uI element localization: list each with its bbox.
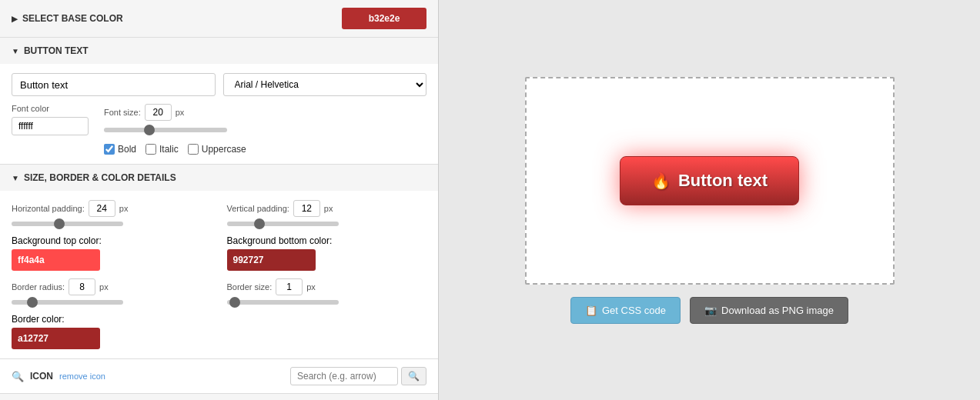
size-border-arrow: ▼ — [12, 174, 19, 182]
v-padding-group: Vertical padding: px — [227, 200, 427, 228]
bg-top-color-box[interactable]: ff4a4a — [12, 249, 100, 271]
base-color-swatch[interactable]: b32e2e — [342, 8, 426, 29]
base-color-header[interactable]: ▶ SELECT BASE COLOR b32e2e — [0, 0, 438, 37]
bg-bottom-label: Background bottom color: — [227, 235, 427, 246]
bold-label: Bold — [118, 144, 136, 155]
bold-italic-row: Bold Italic Uppercase — [104, 144, 246, 155]
button-text-label: BUTTON TEXT — [24, 45, 89, 56]
font-size-unit: px — [176, 108, 185, 117]
icon-label: ICON — [30, 371, 53, 382]
bg-top-value: ff4a4a — [18, 255, 45, 265]
size-border-label: SIZE, BORDER & COLOR DETAILS — [24, 172, 176, 183]
font-color-input[interactable] — [12, 117, 89, 135]
h-padding-row: Horizontal padding: px — [12, 200, 212, 217]
uppercase-label: Uppercase — [202, 144, 246, 155]
download-png-button[interactable]: 📷 Download as PNG image — [690, 297, 848, 324]
button-text-section: ▼ BUTTON TEXT Arial / Helvetica Georgia … — [0, 38, 438, 165]
font-size-label: Font size: — [104, 108, 141, 117]
font-options-row: Font color Font size: px — [12, 104, 426, 155]
preview-button-text: Button text — [678, 171, 768, 191]
v-padding-label: Vertical padding: — [227, 204, 289, 213]
action-buttons: 📋 Get CSS code 📷 Download as PNG image — [570, 297, 848, 324]
border-size-group: Border size: px — [227, 278, 427, 306]
left-panel: ▶ SELECT BASE COLOR b32e2e ▼ BUTTON TEXT… — [0, 0, 439, 400]
font-color-label: Font color — [12, 104, 89, 113]
h-padding-slider[interactable] — [12, 222, 123, 226]
css-label: Get CSS code — [602, 305, 666, 316]
png-icon: 📷 — [704, 305, 717, 316]
border-radius-row: Border radius: px — [12, 278, 212, 295]
border-color-label: Border color: — [12, 314, 212, 325]
font-size-slider[interactable] — [104, 128, 227, 132]
base-color-label: SELECT BASE COLOR — [22, 13, 123, 24]
bg-top-group: Background top color: ff4a4a — [12, 235, 212, 271]
h-padding-unit: px — [119, 204, 129, 213]
icon-search-button[interactable]: 🔍 — [401, 367, 426, 385]
button-text-arrow: ▼ — [12, 47, 19, 55]
v-padding-unit: px — [324, 204, 333, 213]
search-icon: 🔍 — [12, 371, 24, 382]
size-border-content: Horizontal padding: px Vertical padding:… — [0, 191, 438, 358]
h-padding-label: Horizontal padding: — [12, 204, 85, 213]
bg-bottom-group: Background bottom color: 992727 — [227, 235, 427, 271]
border-size-unit: px — [306, 282, 316, 292]
size-border-grid: Horizontal padding: px Vertical padding:… — [12, 200, 426, 349]
border-size-row: Border size: px — [227, 278, 427, 295]
button-text-header[interactable]: ▼ BUTTON TEXT — [0, 38, 438, 64]
icon-search-area: 🔍 — [290, 367, 426, 385]
border-size-thumb[interactable] — [229, 297, 240, 308]
border-size-input[interactable] — [276, 278, 303, 295]
border-radius-thumb[interactable] — [27, 297, 38, 308]
border-size-slider[interactable] — [227, 300, 339, 305]
preview-button-icon: 🔥 — [651, 172, 671, 190]
size-border-header[interactable]: ▼ SIZE, BORDER & COLOR DETAILS — [0, 165, 438, 191]
border-color-value: a12727 — [18, 333, 48, 344]
base-color-arrow: ▶ — [12, 15, 18, 23]
v-padding-slider[interactable] — [227, 222, 339, 226]
italic-checkbox[interactable] — [145, 144, 156, 155]
font-size-group: Font size: px Bold It — [104, 104, 246, 155]
icon-section: 🔍 ICON remove icon 🔍 — [0, 359, 438, 394]
css-icon: 📋 — [585, 305, 597, 316]
base-color-section: ▶ SELECT BASE COLOR b32e2e — [0, 0, 438, 38]
text-input-row: Arial / Helvetica Georgia / Times Tahoma… — [12, 73, 426, 96]
font-size-row: Font size: px — [104, 104, 246, 121]
italic-checkbox-label[interactable]: Italic — [145, 144, 179, 155]
right-panel: 🔥 Button text 📋 Get CSS code 📷 Download … — [439, 0, 980, 400]
border-radius-group: Border radius: px — [12, 278, 212, 306]
remove-icon-link[interactable]: remove icon — [59, 372, 105, 381]
border-size-label: Border size: — [227, 282, 273, 292]
font-family-select[interactable]: Arial / Helvetica Georgia / Times Tahoma… — [223, 73, 427, 96]
italic-label: Italic — [159, 144, 179, 155]
font-size-input[interactable] — [145, 104, 172, 121]
border-radius-label: Border radius: — [12, 282, 65, 292]
png-label: Download as PNG image — [721, 305, 834, 316]
size-border-section: ▼ SIZE, BORDER & COLOR DETAILS Horizonta… — [0, 165, 438, 359]
v-padding-thumb[interactable] — [254, 218, 265, 229]
font-color-group: Font color — [12, 104, 89, 135]
bg-bottom-value: 992727 — [233, 255, 264, 265]
bg-top-label: Background top color: — [12, 235, 212, 246]
font-size-thumb[interactable] — [144, 125, 155, 135]
uppercase-checkbox-label[interactable]: Uppercase — [188, 144, 246, 155]
border-radius-slider[interactable] — [12, 300, 123, 305]
base-color-value: b32e2e — [369, 13, 400, 24]
border-radius-input[interactable] — [69, 278, 95, 295]
get-css-button[interactable]: 📋 Get CSS code — [570, 297, 681, 324]
v-padding-input[interactable] — [293, 200, 320, 217]
h-padding-thumb[interactable] — [54, 218, 65, 229]
icon-search-input[interactable] — [290, 367, 398, 385]
bold-checkbox-label[interactable]: Bold — [104, 144, 136, 155]
preview-box: 🔥 Button text — [525, 77, 895, 285]
button-text-input[interactable] — [12, 73, 216, 96]
border-color-box[interactable]: a12727 — [12, 328, 100, 349]
button-text-content: Arial / Helvetica Georgia / Times Tahoma… — [0, 64, 438, 164]
border-color-group: Border color: a12727 — [12, 314, 212, 349]
bg-bottom-color-box[interactable]: 992727 — [227, 249, 316, 271]
h-padding-input[interactable] — [89, 200, 115, 217]
preview-button[interactable]: 🔥 Button text — [620, 156, 799, 205]
text-shadow-header[interactable]: ▶ TEXT SHADOW Visible — [0, 394, 438, 400]
bold-checkbox[interactable] — [104, 144, 115, 155]
border-radius-unit: px — [99, 282, 109, 292]
uppercase-checkbox[interactable] — [188, 144, 199, 155]
